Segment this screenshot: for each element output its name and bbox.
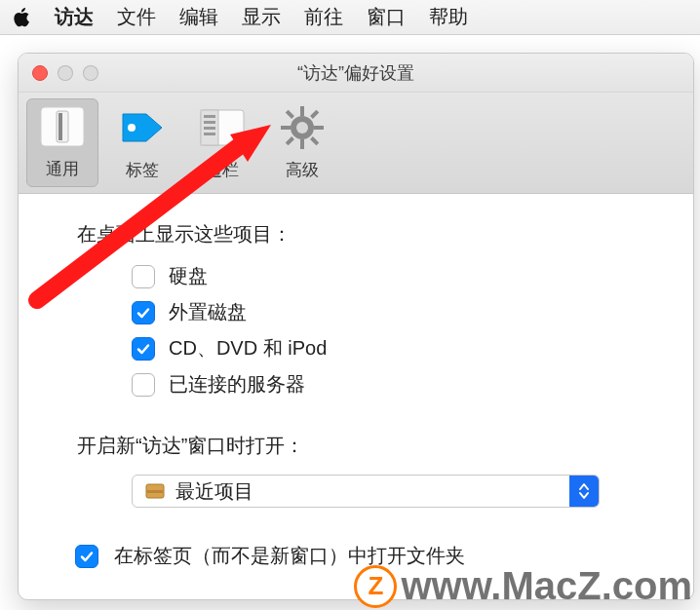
preferences-window: “访达”偏好设置 通用 标签: [18, 53, 694, 600]
new-window-heading: 开启新“访达”窗口时打开：: [77, 433, 654, 459]
desktop-item-row: 已连接的服务器: [132, 371, 654, 398]
toolbar: 通用 标签 边栏: [19, 93, 693, 194]
svg-rect-13: [281, 126, 291, 130]
popup-selected-text: 最近项目: [175, 478, 253, 505]
svg-rect-21: [147, 490, 163, 493]
minimize-button[interactable]: [58, 65, 73, 81]
desktop-item-row: CD、DVD 和 iPod: [132, 335, 654, 362]
checkbox-cddvd-label: CD、DVD 和 iPod: [169, 335, 327, 362]
svg-rect-9: [204, 133, 215, 135]
checkbox-servers-label: 已连接的服务器: [169, 371, 305, 398]
menu-window[interactable]: 窗口: [367, 4, 406, 30]
checkbox-servers[interactable]: [132, 373, 155, 397]
svg-rect-12: [300, 139, 304, 149]
svg-rect-7: [204, 121, 215, 124]
tab-tags[interactable]: 标签: [106, 98, 178, 187]
checkbox-external[interactable]: [132, 301, 155, 324]
checkbox-tabs-label: 在标签页（而不是新窗口）中打开文件夹: [114, 543, 465, 569]
svg-rect-14: [314, 126, 324, 130]
checkbox-harddisk-label: 硬盘: [169, 263, 208, 289]
checkbox-cddvd[interactable]: [132, 337, 155, 361]
menu-app-name[interactable]: 访达: [55, 4, 94, 30]
tabs-option-row: 在标签页（而不是新窗口）中打开文件夹: [75, 543, 654, 569]
new-window-section: 开启新“访达”窗口时打开： 最近项目: [77, 433, 654, 508]
tab-advanced[interactable]: 高级: [266, 98, 338, 187]
menubar: 访达 文件 编辑 显示 前往 窗口 帮助: [0, 0, 700, 35]
menu-file[interactable]: 文件: [117, 4, 156, 30]
checkbox-harddisk[interactable]: [132, 265, 155, 288]
window-title: “访达”偏好设置: [19, 61, 693, 85]
svg-point-19: [296, 122, 308, 133]
content-area: 在桌面上显示这些项目： 硬盘 外置磁盘 CD、DVD 和 iPod: [19, 194, 693, 592]
tab-general[interactable]: 通用: [26, 98, 98, 187]
recent-items-icon: [144, 480, 166, 502]
tab-advanced-label: 高级: [286, 159, 319, 181]
menu-view[interactable]: 显示: [242, 4, 281, 30]
apple-icon[interactable]: [10, 6, 31, 29]
svg-rect-15: [286, 110, 294, 119]
sidebar-icon: [195, 102, 250, 153]
checkbox-tabs[interactable]: [75, 545, 98, 568]
menu-edit[interactable]: 编辑: [179, 4, 218, 30]
tab-general-label: 通用: [46, 158, 79, 180]
svg-rect-6: [204, 115, 215, 118]
svg-rect-11: [300, 106, 304, 116]
svg-rect-17: [286, 136, 294, 145]
checkbox-external-label: 外置磁盘: [169, 299, 247, 325]
new-window-popup[interactable]: 最近项目: [132, 475, 600, 508]
close-button[interactable]: [32, 65, 48, 81]
tab-sidebar-label: 边栏: [206, 159, 239, 181]
popup-inner: 最近项目: [133, 476, 569, 507]
maximize-button[interactable]: [83, 65, 98, 81]
tab-tags-label: 标签: [126, 159, 159, 181]
desktop-items-heading: 在桌面上显示这些项目：: [77, 221, 654, 248]
gear-icon: [275, 102, 330, 153]
menu-go[interactable]: 前往: [304, 4, 343, 30]
svg-rect-18: [310, 136, 319, 145]
traffic-lights: [32, 65, 98, 81]
switch-icon: [35, 101, 90, 152]
tab-sidebar[interactable]: 边栏: [186, 98, 258, 187]
tag-icon: [115, 102, 170, 153]
svg-point-3: [128, 124, 136, 132]
desktop-items-section: 在桌面上显示这些项目： 硬盘 外置磁盘 CD、DVD 和 iPod: [77, 221, 654, 398]
desktop-item-row: 硬盘: [132, 263, 654, 289]
svg-rect-16: [310, 110, 319, 119]
titlebar: “访达”偏好设置: [19, 54, 693, 93]
menu-help[interactable]: 帮助: [429, 4, 468, 30]
svg-rect-8: [204, 127, 215, 130]
popup-arrows: [569, 476, 599, 507]
svg-rect-2: [58, 113, 62, 140]
desktop-item-row: 外置磁盘: [132, 299, 654, 325]
